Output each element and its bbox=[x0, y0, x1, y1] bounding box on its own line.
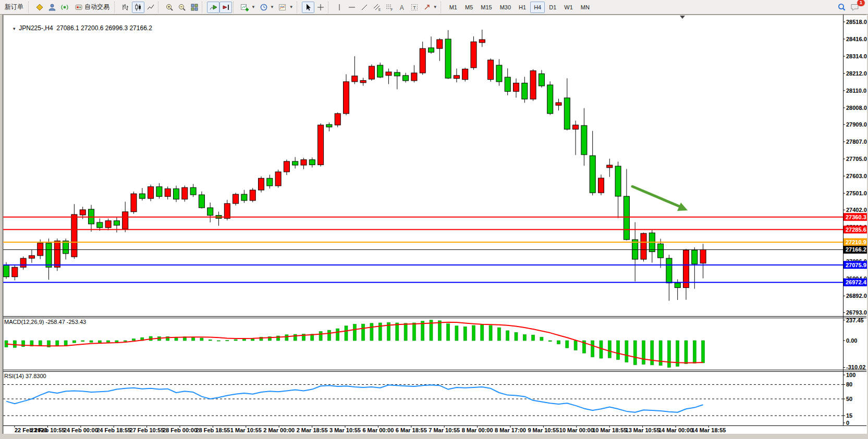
timeframe-MN[interactable]: MN bbox=[577, 2, 593, 13]
timeframe-M5[interactable]: M5 bbox=[461, 2, 476, 13]
vertical-line-button[interactable] bbox=[333, 2, 346, 13]
new-order-button[interactable]: 新订单 bbox=[1, 2, 27, 13]
arrows-button[interactable]: ▼ bbox=[421, 2, 439, 13]
fibonacci-button[interactable]: F bbox=[383, 2, 396, 13]
bar-chart-icon bbox=[121, 3, 130, 11]
svg-text:6 Mar 00:00: 6 Mar 00:00 bbox=[362, 427, 394, 433]
svg-text:27285.6: 27285.6 bbox=[846, 227, 866, 233]
gold-icon bbox=[35, 3, 44, 11]
main-toolbar: 新订单 自动交易 bbox=[0, 0, 868, 15]
svg-text:27909.0: 27909.0 bbox=[846, 121, 867, 128]
trendline-button[interactable] bbox=[358, 2, 371, 13]
periods-button[interactable]: ▼ bbox=[258, 2, 276, 13]
date-axis: 22 Feb 202323 Feb 10:5524 Feb 00:0024 Fe… bbox=[15, 425, 726, 433]
horizontal-line-button[interactable] bbox=[346, 2, 358, 13]
svg-text:26892.0: 26892.0 bbox=[846, 293, 867, 299]
zoom-out-button[interactable] bbox=[176, 2, 188, 13]
chevron-down-icon: ▼ bbox=[270, 5, 274, 9]
notification-badge[interactable]: 1 bbox=[857, 0, 865, 6]
svg-text:10 Mar 00:00: 10 Mar 00:00 bbox=[559, 427, 594, 433]
toolbar-separator bbox=[158, 2, 162, 13]
chevron-down-icon: ▼ bbox=[251, 5, 255, 9]
toolbar-separator bbox=[441, 2, 445, 13]
svg-text:14 Mar 00:00: 14 Mar 00:00 bbox=[658, 427, 693, 433]
auto-scroll-icon bbox=[209, 3, 217, 11]
signal-icon bbox=[60, 3, 69, 11]
timeframe-D1[interactable]: D1 bbox=[545, 2, 560, 13]
candlestick-chart-button[interactable] bbox=[132, 2, 144, 13]
timeframe-group: M1M5M15M30H1H4D1W1MN bbox=[446, 2, 593, 13]
contacts-icon bbox=[48, 3, 56, 11]
svg-text:28518.0: 28518.0 bbox=[846, 19, 867, 25]
templates-icon bbox=[278, 3, 287, 11]
svg-text:T: T bbox=[413, 5, 416, 10]
text-button[interactable]: A bbox=[396, 2, 408, 13]
svg-text:26793.0: 26793.0 bbox=[846, 309, 867, 316]
svg-text:8 Mar 00:00: 8 Mar 00:00 bbox=[462, 427, 493, 433]
svg-text:27501.0: 27501.0 bbox=[846, 190, 867, 196]
svg-text:27402.0: 27402.0 bbox=[846, 207, 867, 213]
auto-scroll-button[interactable] bbox=[207, 2, 219, 13]
svg-text:24 Feb 18:55: 24 Feb 18:55 bbox=[96, 427, 131, 433]
svg-text:2 Mar 18:55: 2 Mar 18:55 bbox=[297, 427, 328, 433]
svg-text:26972.4: 26972.4 bbox=[846, 279, 867, 285]
svg-text:50: 50 bbox=[846, 396, 852, 402]
chart-shift-icon bbox=[222, 3, 230, 11]
svg-text:27075.9: 27075.9 bbox=[846, 262, 866, 268]
svg-text:28 Feb 00:00: 28 Feb 00:00 bbox=[163, 427, 197, 433]
zoom-out-icon bbox=[178, 3, 186, 11]
timeframe-W1[interactable]: W1 bbox=[560, 2, 577, 13]
auto-trading-button[interactable]: 自动交易 bbox=[71, 2, 113, 13]
fibonacci-icon: F bbox=[385, 3, 394, 11]
tile-windows-button[interactable] bbox=[188, 2, 201, 13]
text-icon: A bbox=[398, 3, 406, 11]
svg-text:80: 80 bbox=[846, 381, 852, 387]
svg-text:-310.02: -310.02 bbox=[846, 364, 865, 370]
line-chart-button[interactable] bbox=[144, 2, 157, 13]
search-button[interactable] bbox=[835, 2, 848, 13]
toolbar-separator bbox=[297, 2, 301, 13]
svg-text:0: 0 bbox=[846, 420, 849, 426]
timeframe-H4[interactable]: H4 bbox=[530, 2, 545, 13]
text-label-icon: T bbox=[410, 3, 419, 11]
bar-chart-button[interactable] bbox=[119, 2, 132, 13]
svg-text:7 Mar 10:55: 7 Mar 10:55 bbox=[429, 427, 460, 433]
periods-icon bbox=[260, 3, 268, 11]
trendline-icon bbox=[360, 3, 369, 11]
contacts-button[interactable] bbox=[46, 2, 58, 13]
timeframe-M15[interactable]: M15 bbox=[477, 2, 495, 13]
svg-text:F: F bbox=[390, 8, 393, 11]
gold-button[interactable] bbox=[33, 2, 46, 13]
channel-button[interactable]: E bbox=[371, 2, 383, 13]
svg-text:1 Mar 10:55: 1 Mar 10:55 bbox=[230, 427, 262, 433]
svg-text:27705.0: 27705.0 bbox=[846, 156, 867, 162]
timeframe-M30[interactable]: M30 bbox=[496, 2, 515, 13]
svg-text:28 Feb 18:55: 28 Feb 18:55 bbox=[195, 427, 230, 433]
crosshair-button[interactable] bbox=[314, 2, 327, 13]
svg-text:27360.3: 27360.3 bbox=[846, 214, 866, 220]
svg-text:27166.2: 27166.2 bbox=[846, 246, 866, 253]
svg-text:27 Feb 10:55: 27 Feb 10:55 bbox=[130, 427, 164, 433]
zoom-in-button[interactable] bbox=[163, 2, 176, 13]
cursor-button[interactable] bbox=[302, 2, 314, 13]
symbol-dropdown-icon[interactable]: ▼ bbox=[12, 27, 16, 31]
chart-shift-button[interactable] bbox=[219, 2, 232, 13]
templates-button[interactable]: ▼ bbox=[276, 2, 296, 13]
toolbar-separator bbox=[28, 2, 32, 13]
crosshair-icon bbox=[316, 3, 325, 11]
cursor-icon bbox=[304, 3, 312, 11]
svg-text:14 Mar 18:55: 14 Mar 18:55 bbox=[691, 427, 726, 433]
ohlc-values: 27086.1 27200.6 26996.3 27166.2 bbox=[56, 24, 152, 32]
svg-text:A: A bbox=[400, 4, 404, 11]
add-indicator-button[interactable]: ▼ bbox=[238, 2, 258, 13]
toolbar-separator bbox=[328, 2, 332, 13]
text-label-button[interactable]: T bbox=[408, 2, 421, 13]
svg-text:3 Mar 10:55: 3 Mar 10:55 bbox=[329, 427, 361, 433]
signal-button[interactable] bbox=[58, 2, 71, 13]
zoom-in-icon bbox=[165, 3, 174, 11]
svg-text:28110.0: 28110.0 bbox=[846, 87, 866, 94]
timeframe-M1[interactable]: M1 bbox=[446, 2, 461, 13]
price-chart[interactable]: 28518.028416.028314.028212.028110.028008… bbox=[0, 15, 868, 439]
timeframe-H1[interactable]: H1 bbox=[515, 2, 530, 13]
svg-text:237.45: 237.45 bbox=[846, 317, 864, 323]
